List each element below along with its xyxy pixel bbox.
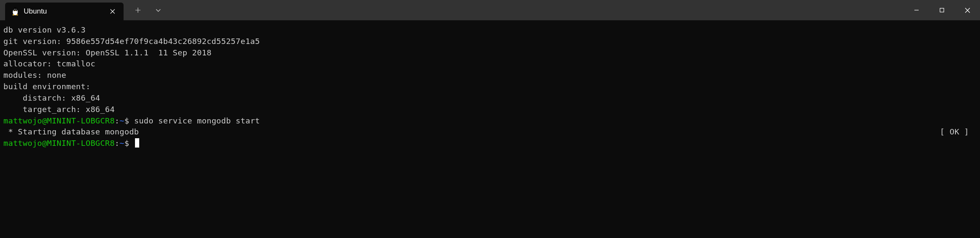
prompt-colon: : [115,139,119,148]
titlebar: Ubuntu [0,0,980,20]
close-icon [110,9,115,14]
close-tab-button[interactable] [107,6,118,16]
new-tab-button[interactable] [129,2,146,19]
output-line: db version v3.6.3 [3,25,977,36]
svg-rect-9 [940,8,944,12]
status-line: * Starting database mongodb [ OK ] [3,126,977,138]
terminal-output[interactable]: db version v3.6.3 git version: 9586e557d… [0,20,980,153]
prompt-line: mattwojo@MININT-LOBGCR8:~$ sudo service … [3,115,977,127]
tab-dropdown-button[interactable] [150,2,167,19]
output-line: OpenSSL version: OpenSSL 1.1.1 11 Sep 20… [3,47,977,59]
output-line: allocator: tcmalloc [3,58,977,70]
close-window-button[interactable] [955,0,980,20]
command-text: sudo service mongodb start [134,116,260,125]
svg-point-5 [14,9,15,10]
close-icon [965,8,970,13]
prompt-symbol: $ [124,116,129,125]
prompt-line: mattwojo@MININT-LOBGCR8:~$ [3,138,977,149]
output-line: git version: 9586e557d54ef70f9ca4b43c268… [3,36,977,47]
maximize-icon [939,8,944,13]
prompt-user: mattwojo@MININT-LOBGCR8 [3,116,115,125]
svg-point-8 [16,14,18,16]
output-line: target_arch: x86_64 [3,104,977,115]
minimize-icon [914,8,919,13]
status-ok: [ OK ] [940,126,977,138]
svg-point-7 [12,14,14,16]
plus-icon [135,7,141,13]
output-line: build environment: [3,81,977,93]
tab-area: Ubuntu [0,0,167,20]
maximize-button[interactable] [929,0,955,20]
prompt-user: mattwojo@MININT-LOBGCR8 [3,139,115,148]
tab-ubuntu[interactable]: Ubuntu [5,3,124,20]
minimize-button[interactable] [904,0,929,20]
svg-point-6 [16,9,16,10]
output-line: distarch: x86_64 [3,93,977,104]
prompt-path: ~ [120,139,124,148]
output-line: modules: none [3,70,977,81]
svg-point-2 [14,11,17,15]
status-message: * Starting database mongodb [3,126,139,138]
tab-actions [124,0,167,20]
cursor [135,138,139,148]
prompt-colon: : [115,116,119,125]
prompt-path: ~ [120,116,124,125]
tab-title: Ubuntu [24,7,103,16]
chevron-down-icon [155,7,161,13]
prompt-symbol: $ [124,139,129,148]
command-text [129,116,134,125]
titlebar-drag-area[interactable] [167,0,904,20]
linux-penguin-icon [11,7,19,16]
window-controls [904,0,980,20]
